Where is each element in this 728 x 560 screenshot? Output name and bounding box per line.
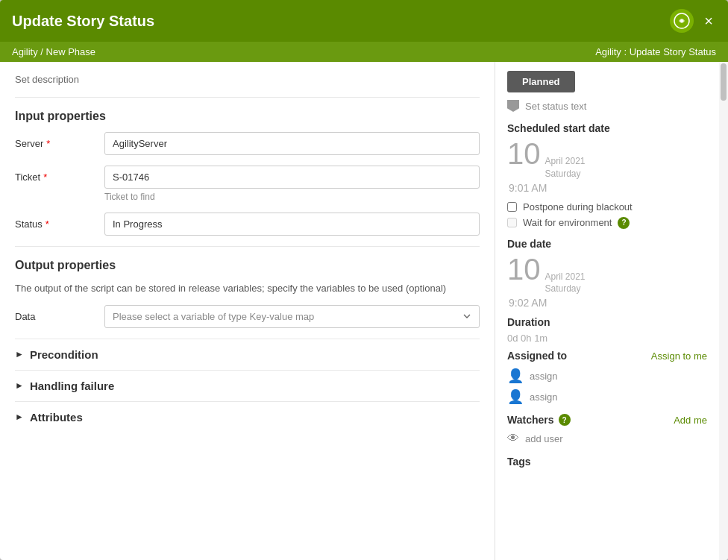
watchers-header: Watchers ? Add me bbox=[507, 414, 707, 426]
watchers-row[interactable]: 👁 add user bbox=[507, 432, 707, 445]
due-date-detail: April 2021 Saturday bbox=[545, 271, 586, 296]
precondition-label: Precondition bbox=[30, 348, 98, 361]
output-properties-header: Output properties bbox=[15, 259, 480, 272]
scrollbar-track[interactable] bbox=[719, 62, 728, 560]
person1-icon: 👤 bbox=[507, 368, 524, 384]
precondition-chevron-icon: ► bbox=[15, 349, 24, 359]
binoculars-icon: 👁 bbox=[507, 432, 519, 445]
breadcrumb-left: Agility / New Phase bbox=[12, 46, 95, 57]
modal-container: Update Story Status × Agility / New Phas… bbox=[0, 0, 728, 560]
svg-point-1 bbox=[680, 19, 683, 22]
flag-row: Set status text bbox=[507, 100, 707, 112]
add-user-label: add user bbox=[525, 433, 563, 444]
right-panel: Planned Set status text Scheduled start … bbox=[495, 62, 719, 560]
content-area: Set description Input properties Server … bbox=[0, 62, 728, 560]
server-row: Server * bbox=[15, 132, 480, 155]
wait-env-checkbox[interactable] bbox=[507, 218, 517, 227]
handling-failure-label: Handling failure bbox=[30, 380, 114, 392]
modal-title: Update Story Status bbox=[12, 13, 154, 30]
server-label: Server * bbox=[15, 132, 104, 149]
flag-text: Set status text bbox=[525, 101, 586, 112]
input-properties-header: Input properties bbox=[15, 110, 480, 123]
ticket-control: Ticket to find bbox=[104, 166, 480, 202]
server-input[interactable] bbox=[104, 132, 480, 155]
start-month-year: April 2021 bbox=[545, 155, 586, 168]
postpone-row: Postpone during blackout bbox=[507, 201, 707, 213]
attributes-row[interactable]: ► Attributes bbox=[15, 401, 480, 432]
start-date-row: 10 April 2021 Saturday bbox=[507, 139, 707, 180]
server-control bbox=[104, 132, 480, 155]
person2-icon: 👤 bbox=[507, 388, 524, 405]
start-day: 10 bbox=[507, 139, 541, 169]
due-date-title: Due date bbox=[507, 238, 707, 250]
handling-chevron-icon: ► bbox=[15, 380, 24, 391]
main-panel: Set description Input properties Server … bbox=[0, 62, 495, 560]
due-date-row: 10 April 2021 Saturday bbox=[507, 254, 707, 296]
status-input[interactable] bbox=[104, 213, 480, 236]
postpone-checkbox[interactable] bbox=[507, 202, 517, 212]
handling-failure-row[interactable]: ► Handling failure bbox=[15, 370, 480, 401]
wait-env-label: Wait for environment bbox=[523, 217, 612, 228]
start-time: 9:01 AM bbox=[509, 182, 707, 194]
ticket-label: Ticket * bbox=[15, 166, 104, 183]
due-day: 10 bbox=[507, 254, 541, 284]
scrollbar-thumb[interactable] bbox=[721, 63, 727, 101]
scheduled-start-title: Scheduled start date bbox=[507, 122, 707, 134]
ticket-row: Ticket * Ticket to find bbox=[15, 166, 480, 202]
breadcrumb-right: Agility : Update Story Status bbox=[595, 46, 716, 57]
ticket-required: * bbox=[43, 172, 47, 183]
status-label: Status * bbox=[15, 213, 104, 230]
data-control: Please select a variable of type Key-val… bbox=[104, 305, 480, 328]
add-me-link[interactable]: Add me bbox=[674, 415, 707, 426]
assign-row-2[interactable]: 👤 assign bbox=[507, 388, 707, 405]
header-title-group: Update Story Status bbox=[12, 13, 154, 30]
status-row: Status * bbox=[15, 213, 480, 236]
assign2-label: assign bbox=[530, 391, 558, 403]
app-logo-icon bbox=[670, 9, 694, 33]
postpone-label: Postpone during blackout bbox=[523, 201, 633, 213]
duration-title: Duration bbox=[507, 316, 707, 328]
status-control bbox=[104, 213, 480, 236]
due-day-name: Saturday bbox=[545, 283, 586, 295]
tags-title: Tags bbox=[507, 456, 707, 468]
start-date-detail: April 2021 Saturday bbox=[545, 155, 586, 180]
status-required: * bbox=[46, 218, 49, 230]
flag-icon bbox=[507, 100, 519, 112]
assigned-header: Assigned to Assign to me bbox=[507, 350, 707, 362]
precondition-row[interactable]: ► Precondition bbox=[15, 339, 480, 370]
watchers-title-group: Watchers ? bbox=[507, 414, 571, 426]
assign-row-1[interactable]: 👤 assign bbox=[507, 368, 707, 384]
close-button[interactable]: × bbox=[701, 10, 716, 33]
breadcrumb-bar: Agility / New Phase Agility : Update Sto… bbox=[0, 42, 728, 62]
assigned-to-title: Assigned to bbox=[507, 350, 567, 362]
set-description-label: Set description bbox=[15, 74, 480, 85]
assign-to-me-link[interactable]: Assign to me bbox=[651, 350, 707, 362]
assign1-label: assign bbox=[530, 371, 558, 382]
due-time: 9:02 AM bbox=[509, 297, 707, 309]
data-label: Data bbox=[15, 305, 104, 322]
server-required: * bbox=[46, 138, 50, 149]
output-desc: The output of the script can be stored i… bbox=[15, 281, 480, 296]
data-row: Data Please select a variable of type Ke… bbox=[15, 305, 480, 328]
ticket-hint: Ticket to find bbox=[104, 192, 480, 202]
attributes-chevron-icon: ► bbox=[15, 412, 24, 422]
wait-env-help-icon[interactable]: ? bbox=[618, 217, 630, 229]
data-select[interactable]: Please select a variable of type Key-val… bbox=[104, 305, 480, 328]
wait-env-row: Wait for environment ? bbox=[507, 217, 707, 229]
modal-header: Update Story Status × bbox=[0, 0, 728, 42]
watchers-help-icon[interactable]: ? bbox=[559, 414, 571, 426]
duration-value: 0d 0h 1m bbox=[507, 333, 707, 344]
ticket-input[interactable] bbox=[104, 166, 480, 189]
due-month-year: April 2021 bbox=[545, 271, 586, 283]
attributes-label: Attributes bbox=[30, 411, 83, 424]
start-day-name: Saturday bbox=[545, 168, 586, 180]
status-button[interactable]: Planned bbox=[507, 71, 575, 92]
watchers-title: Watchers bbox=[507, 414, 554, 426]
